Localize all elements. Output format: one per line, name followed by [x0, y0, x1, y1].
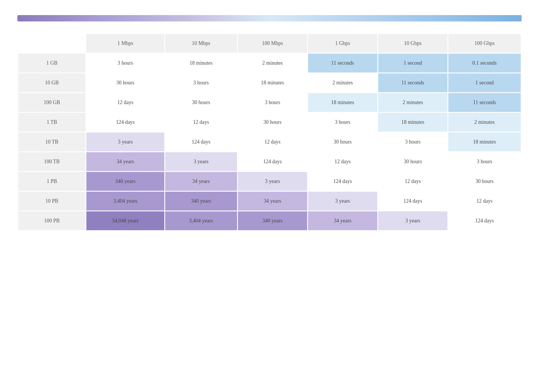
cell-r2-c1: 30 hours: [165, 93, 237, 112]
cell-r4-c0: 3 years: [86, 133, 164, 151]
cell-r6-c3: 124 days: [308, 172, 377, 191]
cell-r3-c3: 3 hours: [308, 113, 377, 132]
cell-r3-c5: 2 minutes: [448, 113, 521, 132]
table-row: 1 PB340 years34 years3 years124 days12 d…: [18, 172, 521, 191]
cell-r4-c5: 18 minutes: [448, 133, 521, 151]
cell-r8-c2: 340 years: [238, 211, 307, 230]
row-label-5: 100 TB: [18, 152, 85, 171]
cell-r7-c2: 34 years: [238, 192, 307, 210]
cell-r6-c0: 340 years: [86, 172, 164, 191]
cell-r8-c3: 34 years: [308, 211, 377, 230]
table-row: 10 TB3 years124 days12 days30 hours3 hou…: [18, 133, 521, 151]
cell-r7-c5: 12 days: [448, 192, 521, 210]
cell-r5-c5: 3 hours: [448, 152, 521, 171]
cell-r5-c2: 124 days: [238, 152, 307, 171]
cell-r6-c1: 34 years: [165, 172, 237, 191]
cell-r2-c0: 12 days: [86, 93, 164, 112]
cell-r1-c5: 1 second: [448, 73, 521, 92]
cell-r2-c2: 3 hours: [238, 93, 307, 112]
table-row: 1 GB3 hours18 minutes2 minutes11 seconds…: [18, 54, 521, 72]
cell-r7-c0: 3,404 years: [86, 192, 164, 210]
cell-r5-c0: 34 years: [86, 152, 164, 171]
row-label-3: 1 TB: [18, 113, 85, 132]
cell-r2-c3: 18 minutes: [308, 93, 377, 112]
cell-r0-c5: 0.1 seconds: [448, 54, 521, 72]
row-label-8: 100 PB: [18, 211, 85, 230]
col-header-3: 1 Gbps: [308, 34, 377, 53]
cell-r0-c1: 18 minutes: [165, 54, 237, 72]
table-row: 100 GB12 days30 hours3 hours18 minutes2 …: [18, 93, 521, 112]
cell-r5-c1: 3 years: [165, 152, 237, 171]
cell-r2-c4: 2 minutes: [378, 93, 447, 112]
cell-r1-c1: 3 hours: [165, 73, 237, 92]
table-row: 10 PB3,404 years340 years34 years3 years…: [18, 192, 521, 210]
cell-r1-c0: 30 hours: [86, 73, 164, 92]
cell-r1-c2: 18 minutes: [238, 73, 307, 92]
table-row: 10 GB30 hours3 hours18 minutes2 minutes1…: [18, 73, 521, 92]
cell-r4-c3: 30 hours: [308, 133, 377, 151]
cell-r5-c3: 12 days: [308, 152, 377, 171]
cell-r1-c4: 11 seconds: [378, 73, 447, 92]
cell-r4-c4: 3 hours: [378, 133, 447, 151]
cell-r7-c1: 340 years: [165, 192, 237, 210]
table-row: 100 TB34 years3 years124 days12 days30 h…: [18, 152, 521, 171]
col-header-5: 100 Gbps: [448, 34, 521, 53]
cell-r4-c2: 12 days: [238, 133, 307, 151]
cell-r6-c5: 30 hours: [448, 172, 521, 191]
cell-r6-c4: 12 days: [378, 172, 447, 191]
cell-r8-c0: 34,048 years: [86, 211, 164, 230]
transfer-table: 1 Mbps10 Mbps100 Mbps1 Gbps10 Gbps100 Gb…: [17, 33, 522, 231]
table-row: 100 PB34,048 years3,404 years340 years34…: [18, 211, 521, 230]
row-label-6: 1 PB: [18, 172, 85, 191]
cell-r3-c0: 124 days: [86, 113, 164, 132]
cell-r3-c2: 30 hours: [238, 113, 307, 132]
table-row: 1 TB124 days12 days30 hours3 hours18 min…: [18, 113, 521, 132]
row-label-7: 10 PB: [18, 192, 85, 210]
cell-r0-c0: 3 hours: [86, 54, 164, 72]
cell-r8-c4: 3 years: [378, 211, 447, 230]
col-header-0: 1 Mbps: [86, 34, 164, 53]
cell-r8-c5: 124 days: [448, 211, 521, 230]
cell-r3-c4: 18 minutes: [378, 113, 447, 132]
row-label-4: 10 TB: [18, 133, 85, 151]
gradient-bar: [17, 15, 522, 21]
cell-r7-c3: 3 years: [308, 192, 377, 210]
cell-r7-c4: 124 days: [378, 192, 447, 210]
cell-r0-c2: 2 minutes: [238, 54, 307, 72]
cell-r0-c4: 1 second: [378, 54, 447, 72]
row-label-0: 1 GB: [18, 54, 85, 72]
col-header-4: 10 Gbps: [378, 34, 447, 53]
cell-r2-c5: 11 seconds: [448, 93, 521, 112]
cell-r3-c1: 12 days: [165, 113, 237, 132]
cell-r6-c2: 3 years: [238, 172, 307, 191]
cell-r5-c4: 30 hours: [378, 152, 447, 171]
cell-r8-c1: 3,404 years: [165, 211, 237, 230]
col-header-2: 100 Mbps: [238, 34, 307, 53]
row-label-2: 100 GB: [18, 93, 85, 112]
cell-r1-c3: 2 minutes: [308, 73, 377, 92]
cell-r4-c1: 124 days: [165, 133, 237, 151]
table-wrapper: 1 Mbps10 Mbps100 Mbps1 Gbps10 Gbps100 Gb…: [17, 33, 522, 231]
col-header-1: 10 Mbps: [165, 34, 237, 53]
row-label-1: 10 GB: [18, 73, 85, 92]
empty-header-cell: [18, 34, 85, 53]
cell-r0-c3: 11 seconds: [308, 54, 377, 72]
